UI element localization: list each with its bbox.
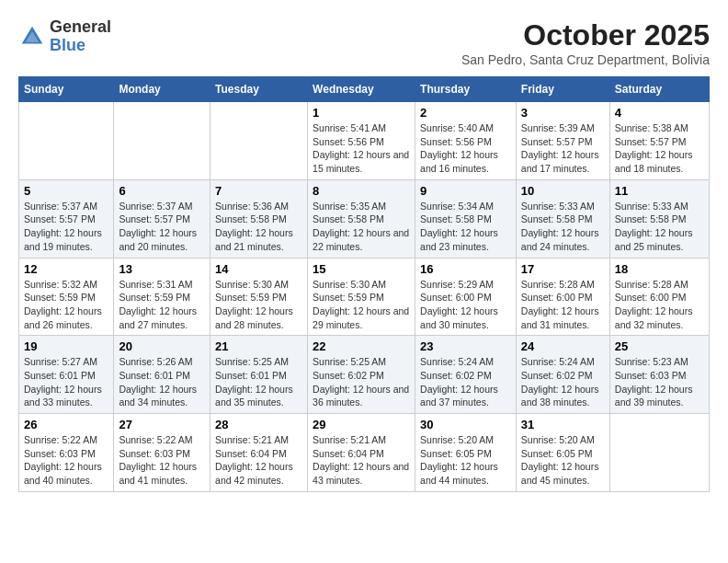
header-wednesday: Wednesday xyxy=(308,77,415,102)
day-number: 2 xyxy=(420,106,511,120)
logo-blue: Blue xyxy=(50,37,111,55)
day-info: Sunrise: 5:31 AM Sunset: 5:59 PM Dayligh… xyxy=(119,278,205,332)
calendar-week-row: 5Sunrise: 5:37 AM Sunset: 5:57 PM Daylig… xyxy=(19,179,710,258)
calendar-cell: 18Sunrise: 5:28 AM Sunset: 6:00 PM Dayli… xyxy=(609,258,709,336)
calendar-cell: 1Sunrise: 5:41 AM Sunset: 5:56 PM Daylig… xyxy=(308,102,415,180)
day-info: Sunrise: 5:21 AM Sunset: 6:04 PM Dayligh… xyxy=(215,433,302,488)
calendar-cell: 3Sunrise: 5:39 AM Sunset: 5:57 PM Daylig… xyxy=(516,102,609,180)
calendar-header-row: SundayMondayTuesdayWednesdayThursdayFrid… xyxy=(19,77,710,102)
calendar-week-row: 26Sunrise: 5:22 AM Sunset: 6:03 PM Dayli… xyxy=(19,414,710,492)
calendar-cell: 30Sunrise: 5:20 AM Sunset: 6:05 PM Dayli… xyxy=(415,414,517,492)
day-info: Sunrise: 5:33 AM Sunset: 5:58 PM Dayligh… xyxy=(521,200,605,254)
calendar-cell: 19Sunrise: 5:27 AM Sunset: 6:01 PM Dayli… xyxy=(19,336,114,414)
calendar-cell xyxy=(114,102,210,180)
day-number: 15 xyxy=(313,262,410,276)
calendar-cell xyxy=(609,414,709,492)
day-number: 14 xyxy=(215,262,302,276)
day-number: 3 xyxy=(521,106,605,120)
day-info: Sunrise: 5:37 AM Sunset: 5:57 PM Dayligh… xyxy=(119,200,205,254)
day-info: Sunrise: 5:36 AM Sunset: 5:58 PM Dayligh… xyxy=(215,200,302,254)
day-number: 1 xyxy=(313,106,410,120)
day-info: Sunrise: 5:30 AM Sunset: 5:59 PM Dayligh… xyxy=(215,278,302,332)
day-info: Sunrise: 5:34 AM Sunset: 5:58 PM Dayligh… xyxy=(420,200,511,254)
calendar-cell: 2Sunrise: 5:40 AM Sunset: 5:56 PM Daylig… xyxy=(415,102,517,180)
header-friday: Friday xyxy=(516,77,609,102)
calendar-cell xyxy=(19,102,114,180)
day-number: 27 xyxy=(119,418,205,431)
header-thursday: Thursday xyxy=(415,77,517,102)
logo: General Blue xyxy=(18,18,111,55)
day-number: 17 xyxy=(521,262,605,276)
day-number: 25 xyxy=(615,339,704,353)
day-number: 24 xyxy=(521,339,605,353)
calendar-cell: 8Sunrise: 5:35 AM Sunset: 5:58 PM Daylig… xyxy=(308,179,415,258)
calendar-week-row: 1Sunrise: 5:41 AM Sunset: 5:56 PM Daylig… xyxy=(19,102,710,180)
calendar-cell: 27Sunrise: 5:22 AM Sunset: 6:03 PM Dayli… xyxy=(114,414,210,492)
day-info: Sunrise: 5:41 AM Sunset: 5:56 PM Dayligh… xyxy=(313,121,410,176)
header-sunday: Sunday xyxy=(19,77,114,102)
calendar-cell: 25Sunrise: 5:23 AM Sunset: 6:03 PM Dayli… xyxy=(609,336,709,414)
header-monday: Monday xyxy=(114,77,210,102)
day-info: Sunrise: 5:28 AM Sunset: 6:00 PM Dayligh… xyxy=(615,278,704,332)
day-number: 6 xyxy=(119,184,205,198)
calendar-cell: 24Sunrise: 5:24 AM Sunset: 6:02 PM Dayli… xyxy=(516,336,609,414)
calendar-cell: 14Sunrise: 5:30 AM Sunset: 5:59 PM Dayli… xyxy=(210,258,308,336)
day-number: 26 xyxy=(24,418,108,431)
calendar-week-row: 19Sunrise: 5:27 AM Sunset: 6:01 PM Dayli… xyxy=(19,336,710,414)
day-info: Sunrise: 5:28 AM Sunset: 6:00 PM Dayligh… xyxy=(521,278,605,332)
day-info: Sunrise: 5:39 AM Sunset: 5:57 PM Dayligh… xyxy=(521,121,605,176)
day-info: Sunrise: 5:29 AM Sunset: 6:00 PM Dayligh… xyxy=(420,278,511,332)
day-number: 23 xyxy=(420,339,511,353)
day-number: 11 xyxy=(615,184,704,198)
day-info: Sunrise: 5:22 AM Sunset: 6:03 PM Dayligh… xyxy=(119,433,205,488)
logo-general: General xyxy=(50,18,111,37)
subtitle: San Pedro, Santa Cruz Department, Bolivi… xyxy=(461,52,710,67)
day-number: 20 xyxy=(119,339,205,353)
day-number: 21 xyxy=(215,339,302,353)
day-info: Sunrise: 5:30 AM Sunset: 5:59 PM Dayligh… xyxy=(313,278,410,332)
header-tuesday: Tuesday xyxy=(210,77,308,102)
day-info: Sunrise: 5:40 AM Sunset: 5:56 PM Dayligh… xyxy=(420,121,511,176)
logo-icon xyxy=(18,23,46,51)
day-info: Sunrise: 5:25 AM Sunset: 6:01 PM Dayligh… xyxy=(215,355,302,409)
calendar-cell: 26Sunrise: 5:22 AM Sunset: 6:03 PM Dayli… xyxy=(19,414,114,492)
calendar-cell xyxy=(210,102,308,180)
day-info: Sunrise: 5:20 AM Sunset: 6:05 PM Dayligh… xyxy=(420,433,511,488)
calendar-cell: 29Sunrise: 5:21 AM Sunset: 6:04 PM Dayli… xyxy=(308,414,415,492)
title-area: October 2025 San Pedro, Santa Cruz Depar… xyxy=(461,18,710,67)
day-info: Sunrise: 5:23 AM Sunset: 6:03 PM Dayligh… xyxy=(615,355,704,409)
day-number: 16 xyxy=(420,262,511,276)
day-number: 28 xyxy=(215,418,302,431)
day-number: 4 xyxy=(615,106,704,120)
calendar-cell: 11Sunrise: 5:33 AM Sunset: 5:58 PM Dayli… xyxy=(609,179,709,258)
day-info: Sunrise: 5:35 AM Sunset: 5:58 PM Dayligh… xyxy=(313,200,410,254)
day-number: 13 xyxy=(119,262,205,276)
calendar-cell: 22Sunrise: 5:25 AM Sunset: 6:02 PM Dayli… xyxy=(308,336,415,414)
header: General Blue October 2025 San Pedro, San… xyxy=(18,18,710,67)
calendar-cell: 6Sunrise: 5:37 AM Sunset: 5:57 PM Daylig… xyxy=(114,179,210,258)
month-title: October 2025 xyxy=(461,18,710,52)
day-info: Sunrise: 5:26 AM Sunset: 6:01 PM Dayligh… xyxy=(119,355,205,409)
day-number: 19 xyxy=(24,339,108,353)
day-number: 7 xyxy=(215,184,302,198)
calendar-cell: 21Sunrise: 5:25 AM Sunset: 6:01 PM Dayli… xyxy=(210,336,308,414)
day-info: Sunrise: 5:25 AM Sunset: 6:02 PM Dayligh… xyxy=(313,355,410,409)
calendar-cell: 9Sunrise: 5:34 AM Sunset: 5:58 PM Daylig… xyxy=(415,179,517,258)
day-info: Sunrise: 5:27 AM Sunset: 6:01 PM Dayligh… xyxy=(24,355,108,409)
day-info: Sunrise: 5:33 AM Sunset: 5:58 PM Dayligh… xyxy=(615,200,704,254)
header-saturday: Saturday xyxy=(609,77,709,102)
day-number: 9 xyxy=(420,184,511,198)
day-info: Sunrise: 5:21 AM Sunset: 6:04 PM Dayligh… xyxy=(313,433,410,488)
page-container: General Blue October 2025 San Pedro, San… xyxy=(18,18,710,492)
calendar-table: SundayMondayTuesdayWednesdayThursdayFrid… xyxy=(18,76,710,492)
calendar-cell: 20Sunrise: 5:26 AM Sunset: 6:01 PM Dayli… xyxy=(114,336,210,414)
calendar-cell: 5Sunrise: 5:37 AM Sunset: 5:57 PM Daylig… xyxy=(19,179,114,258)
calendar-cell: 31Sunrise: 5:20 AM Sunset: 6:05 PM Dayli… xyxy=(516,414,609,492)
day-info: Sunrise: 5:37 AM Sunset: 5:57 PM Dayligh… xyxy=(24,200,108,254)
day-info: Sunrise: 5:20 AM Sunset: 6:05 PM Dayligh… xyxy=(521,433,605,488)
day-info: Sunrise: 5:24 AM Sunset: 6:02 PM Dayligh… xyxy=(420,355,511,409)
calendar-week-row: 12Sunrise: 5:32 AM Sunset: 5:59 PM Dayli… xyxy=(19,258,710,336)
day-number: 30 xyxy=(420,418,511,431)
day-number: 12 xyxy=(24,262,108,276)
day-info: Sunrise: 5:22 AM Sunset: 6:03 PM Dayligh… xyxy=(24,433,108,488)
